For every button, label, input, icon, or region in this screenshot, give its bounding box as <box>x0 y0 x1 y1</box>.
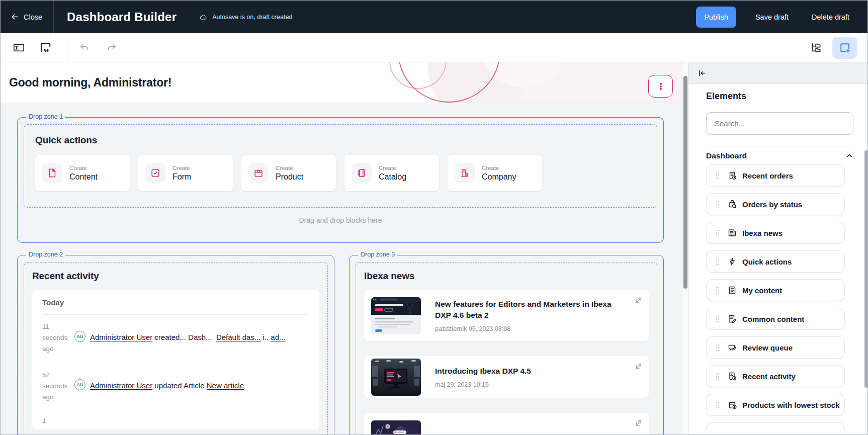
activity-description: Administrator User created... Dash... De… <box>90 332 286 343</box>
sidebar-divider <box>706 146 853 146</box>
card-action-label: Create <box>172 165 191 171</box>
toolbar-right-group <box>805 37 867 59</box>
toolbar-left-group <box>1 33 122 62</box>
drop-zone-1[interactable]: Drop zone 1 Quick actions CreateContentC… <box>17 117 664 243</box>
field-block-icon[interactable] <box>9 38 29 58</box>
news-body: Introducing Ibexa DXP 4.5maj 29, 2023 10… <box>435 366 550 388</box>
drag-handle-icon[interactable] <box>716 172 720 180</box>
drop-zone-3[interactable]: Drop zone 3 Ibexa news New features for … <box>349 255 664 435</box>
element-item-recent-activity[interactable]: Recent activity <box>706 365 845 387</box>
element-item-label: Recent orders <box>742 171 793 180</box>
drop-zone-2[interactable]: Drop zone 2 Recent activity Today 11 sec… <box>17 255 334 435</box>
element-item-my-content[interactable]: My content <box>706 279 845 301</box>
avatar: AU <box>74 331 85 342</box>
element-item-common-content[interactable]: Common content <box>706 308 845 330</box>
element-item-lowest-stock[interactable]: Products with lowest stock <box>706 394 845 416</box>
activity-link[interactable]: ad... <box>271 333 285 341</box>
activity-group-label: Today <box>42 298 309 307</box>
drag-handle-icon[interactable] <box>716 401 720 409</box>
qa-company-icon <box>455 163 475 183</box>
card-action-label: Create <box>276 165 303 171</box>
activity-timestamp: 11 seconds ago <box>42 321 69 363</box>
drag-handle-icon[interactable] <box>716 344 720 352</box>
ibexa-news-block[interactable]: Ibexa news New features for Editors and … <box>356 262 657 435</box>
element-item-orders-by-status[interactable]: Orders by status <box>706 193 845 215</box>
greeting-heading: Good morning, Administrator! <box>9 76 171 90</box>
structure-view-icon[interactable] <box>805 38 825 58</box>
drag-handle-icon[interactable] <box>716 287 720 294</box>
recent-activity-block[interactable]: Recent activity Today 11 seconds agoAUAd… <box>24 262 328 435</box>
quick-action-card-catalog[interactable]: CreateCatalog <box>344 155 439 191</box>
news-list: New features for Editors and Marketers i… <box>364 290 649 435</box>
drag-handle-icon[interactable] <box>716 315 720 323</box>
add-section-button[interactable] <box>832 37 857 59</box>
element-item-label: Common content <box>742 315 804 323</box>
dashboard-options-kebab-button[interactable] <box>648 75 673 98</box>
element-item-partial[interactable] <box>706 422 845 430</box>
element-item-recent-orders[interactable]: Recent orders <box>706 164 845 187</box>
ibexa-news-icon <box>727 228 737 238</box>
quick-action-card-product[interactable]: CreateProduct <box>241 155 336 191</box>
element-item-label: Ibexa news <box>742 229 783 237</box>
my-content-icon <box>727 285 737 295</box>
redo-icon[interactable] <box>102 38 122 58</box>
drag-handle-icon[interactable] <box>716 201 720 208</box>
close-label: Close <box>24 13 42 21</box>
collapse-sidebar-icon[interactable] <box>698 69 706 77</box>
undo-icon[interactable] <box>74 38 95 58</box>
common-content-icon <box>727 314 737 324</box>
news-thumbnail-browser-screenshot <box>371 297 421 334</box>
canvas-scrollbar-thumb[interactable] <box>683 76 687 289</box>
activity-row: 1 <box>42 411 309 426</box>
drag-handle-icon[interactable] <box>716 373 720 380</box>
sidebar-title: Elements <box>706 91 853 102</box>
toolbar-separator <box>67 33 67 62</box>
external-link-icon[interactable] <box>634 296 643 305</box>
activity-timestamp: 1 <box>42 415 69 426</box>
activity-text: created... Dash... <box>152 333 216 341</box>
drag-handle-icon[interactable] <box>716 258 720 266</box>
sidebar-scrollbar-thumb[interactable] <box>864 150 868 388</box>
activity-link[interactable]: New article <box>207 381 244 390</box>
quick-action-card-form[interactable]: CreateForm <box>138 155 233 191</box>
ibexa-news-title: Ibexa news <box>364 271 649 282</box>
recent-orders-icon <box>727 170 737 181</box>
activity-text: i.. <box>261 333 271 341</box>
quick-actions-block[interactable]: Quick actions CreateContentCreateFormCre… <box>24 124 657 208</box>
external-link-icon[interactable] <box>634 419 643 427</box>
news-title: New features for Editors and Marketers i… <box>435 299 623 321</box>
save-draft-button[interactable]: Save draft <box>751 10 793 24</box>
search-input[interactable] <box>706 112 853 135</box>
external-link-icon[interactable] <box>634 362 643 371</box>
canvas-scrollbar[interactable] <box>682 62 688 435</box>
element-item-review-queue[interactable]: Review queue <box>706 336 845 359</box>
element-item-ibexa-news[interactable]: Ibexa news <box>706 222 845 244</box>
dashboard-section-header[interactable]: Dashboard <box>706 151 853 160</box>
autosave-status: Autosave is on, draft created <box>199 13 292 22</box>
news-thumbnail-warehouse-monitor <box>371 359 421 396</box>
sidebar-collapse-strip <box>688 62 868 84</box>
news-card[interactable]: Introducing Ibexa DXP 4.5maj 29, 2023 10… <box>364 356 649 398</box>
sidebar-content: Elements Dashboard Recent ordersOrders b… <box>688 91 868 430</box>
quick-action-card-company[interactable]: CreateCompany <box>448 155 542 191</box>
search-box <box>706 112 853 135</box>
autosave-text: Autosave is on, draft created <box>212 14 292 21</box>
element-item-label: My content <box>742 286 782 295</box>
news-card[interactable]: Ibexa DXP 4.4: A New Dawn for B2B Ecomme… <box>364 413 649 435</box>
activity-link[interactable]: Default das... <box>216 333 261 341</box>
card-type-label: Form <box>172 172 191 182</box>
publish-button[interactable]: Publish <box>696 7 736 28</box>
element-item-quick-actions[interactable]: Quick actions <box>706 250 845 273</box>
activity-row: 52 seconds agoAUAdministrator User updat… <box>42 363 309 411</box>
resize-preview-icon[interactable] <box>36 38 56 58</box>
element-item-label: Products with lowest stock <box>742 401 839 409</box>
drag-handle-icon[interactable] <box>716 229 720 237</box>
top-bar-actions: Publish Save draft Delete draft <box>696 7 867 28</box>
quick-action-card-content[interactable]: CreateContent <box>35 155 130 191</box>
activity-link[interactable]: Administrator User <box>90 333 152 341</box>
delete-draft-button[interactable]: Delete draft <box>808 10 853 24</box>
news-card[interactable]: New features for Editors and Marketers i… <box>364 290 649 341</box>
back-arrow-icon <box>11 13 19 21</box>
activity-link[interactable]: Administrator User <box>90 381 152 390</box>
close-button[interactable]: Close <box>1 1 53 33</box>
